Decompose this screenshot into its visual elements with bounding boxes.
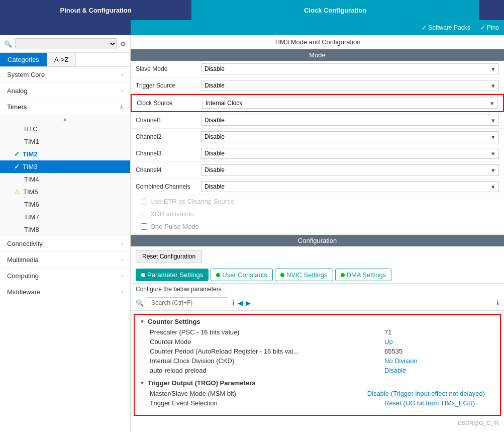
right-content: TIM3 Mode and Configuration Mode Slave M… — [131, 35, 504, 432]
sidebar-item-rtc[interactable]: RTC — [0, 123, 130, 135]
search-select[interactable] — [15, 38, 117, 49]
combined-channels-select[interactable]: Disable — [201, 181, 499, 192]
software-packs-btn[interactable]: ✓ Software Packs — [422, 24, 470, 31]
channel1-select[interactable]: Disable — [201, 115, 499, 126]
app-header: Pinout & Configuration Clock Configurati… — [0, 0, 504, 20]
sidebar-content: System Core › Analog › Timers ∧ ▲ RTC — [0, 67, 130, 432]
sidebar-item-systemcore[interactable]: System Core › — [0, 67, 130, 83]
sidebar-item-tim1[interactable]: TIM1 — [0, 135, 130, 148]
warning-icon: ⚠ — [14, 188, 20, 196]
tab-dot — [216, 273, 220, 277]
info-circle-icon: ℹ — [232, 299, 235, 307]
sidebar-item-connectivity[interactable]: Connectivity › — [0, 236, 130, 252]
param-search-input[interactable] — [147, 297, 227, 308]
channel1-row: Channel1 Disable — [131, 112, 504, 129]
one-pulse-checkbox[interactable] — [141, 223, 147, 230]
clock-source-row: Clock Source Internal Clock — [131, 94, 504, 112]
tab-dma-settings[interactable]: DMA Settings — [335, 269, 392, 281]
sidebar-item-tim3[interactable]: ✓ TIM3 — [0, 160, 130, 173]
chevron-right-icon: › — [122, 273, 123, 279]
counter-settings-header: ▼ Counter Settings — [140, 318, 495, 325]
checkmark-icon: ✓ — [14, 163, 20, 170]
clock-header: Clock Configuration — [191, 0, 479, 20]
chevron-right-icon: › — [122, 241, 123, 246]
gear-icon[interactable]: ⚙ — [120, 40, 126, 48]
channel1-label: Channel1 — [136, 117, 201, 124]
sub-header-left — [0, 20, 131, 35]
sub-header: ✓ Software Packs ✓ Pino — [0, 20, 504, 35]
header-right — [479, 0, 504, 20]
clock-source-select-wrap: Internal Clock — [202, 98, 498, 109]
tab-user-constants[interactable]: User Constants — [211, 269, 273, 281]
sidebar-item-tim5[interactable]: ⚠ TIM5 — [0, 186, 130, 198]
mode-section: Mode Slave Mode Disable Trigger Source D… — [131, 49, 504, 233]
param-row-counter-mode: Counter Mode Up — [140, 337, 495, 347]
clock-source-select[interactable]: Internal Clock — [202, 98, 498, 109]
scroll-up-icon: ▲ — [0, 115, 130, 123]
collapse-triangle-icon: ▼ — [140, 380, 145, 386]
param-row-counter-period: Counter Period (AutoReload Register - 16… — [140, 347, 495, 356]
channel2-select[interactable]: Disable — [201, 131, 499, 142]
slave-mode-row: Slave Mode Disable — [131, 61, 504, 77]
slave-mode-select-wrap: Disable — [201, 63, 499, 74]
chevron-right-icon: › — [122, 88, 123, 94]
trigger-source-row: Trigger Source Disable — [131, 77, 504, 94]
sidebar-item-middleware[interactable]: Middleware › — [0, 284, 130, 300]
param-row-msm: Master/Slave Mode (MSM bit) Disable (Tri… — [140, 389, 495, 398]
tab-categories[interactable]: Categories — [0, 53, 47, 66]
tab-parameter-settings[interactable]: Parameter Settings — [136, 269, 209, 281]
channel1-select-wrap: Disable — [201, 115, 499, 126]
xor-activation-checkbox — [141, 211, 147, 217]
xor-activation-row: XOR activation — [131, 208, 504, 220]
counter-settings-group: ▼ Counter Settings Prescaler (PSC - 16 b… — [140, 318, 495, 375]
channel2-row: Channel2 Disable — [131, 129, 504, 145]
trgo-params-group: ▼ Trigger Output (TRGO) Parameters Maste… — [140, 379, 495, 408]
reset-configuration-button[interactable]: Reset Configuration — [136, 250, 202, 263]
clock-source-label: Clock Source — [137, 100, 202, 107]
info-icon: ℹ — [496, 299, 499, 307]
channel4-select-wrap: Disable — [201, 164, 499, 176]
clock-title: Clock Configuration — [304, 7, 366, 14]
channel3-label: Channel3 — [136, 150, 201, 157]
one-pulse-label: One Pulse Mode — [150, 223, 199, 230]
tab-atoz[interactable]: A->Z — [47, 53, 76, 66]
channel3-row: Channel3 Disable — [131, 145, 504, 162]
sidebar-item-tim7[interactable]: TIM7 — [0, 211, 130, 223]
trigger-source-select-wrap: Disable — [201, 80, 499, 91]
chevron-right-icon: › — [122, 289, 123, 295]
channel3-select[interactable]: Disable — [201, 148, 499, 159]
trigger-source-select[interactable]: Disable — [201, 80, 499, 91]
config-section-header: Configuration — [131, 235, 504, 246]
sidebar-item-multimedia[interactable]: Multimedia › — [0, 252, 130, 268]
config-hint: Configure the below parameters : — [131, 284, 504, 295]
slave-mode-select[interactable]: Disable — [201, 63, 499, 74]
tab-nvic-settings[interactable]: NVIC Settings — [275, 269, 333, 281]
etr-clearing-label: Use ETR as Clearing Source — [150, 198, 234, 205]
sub-header-right: ✓ Software Packs ✓ Pino — [131, 20, 504, 35]
config-section: Configuration Reset Configuration Parame… — [131, 235, 504, 432]
config-tabs: Parameter Settings User Constants NVIC S… — [131, 267, 504, 284]
etr-clearing-row: Use ETR as Clearing Source — [131, 195, 504, 208]
next-icon[interactable]: ▶ — [246, 299, 251, 307]
params-content: ▼ Counter Settings Prescaler (PSC - 16 b… — [134, 314, 501, 416]
chevron-down-icon: ∧ — [120, 104, 123, 110]
prev-icon[interactable]: ◀ — [238, 299, 243, 307]
main-layout: 🔍 ⚙ Categories A->Z System Core › Analog… — [0, 35, 504, 432]
sidebar-item-timers[interactable]: Timers ∧ — [0, 99, 130, 115]
mode-section-header: Mode — [131, 49, 504, 61]
sidebar-item-computing[interactable]: Computing › — [0, 268, 130, 284]
sidebar-item-tim6[interactable]: TIM6 — [0, 198, 130, 211]
sidebar-item-tim4[interactable]: TIM4 — [0, 173, 130, 186]
channel4-select[interactable]: Disable — [201, 164, 499, 176]
tab-active-dot — [141, 273, 145, 277]
sidebar-item-tim2[interactable]: ✓ TIM2 — [0, 148, 130, 160]
channel2-label: Channel2 — [136, 133, 201, 140]
combined-channels-select-wrap: Disable — [201, 181, 499, 192]
param-row-internal-clock: Internal Clock Division (CKD) No Divisio… — [140, 356, 495, 366]
xor-activation-label: XOR activation — [150, 210, 194, 218]
search-icon: 🔍 — [136, 299, 144, 307]
sidebar-item-tim8[interactable]: TIM8 — [0, 223, 130, 236]
channel2-select-wrap: Disable — [201, 131, 499, 142]
pino-btn[interactable]: ✓ Pino — [480, 24, 499, 31]
sidebar-item-analog[interactable]: Analog › — [0, 83, 130, 99]
